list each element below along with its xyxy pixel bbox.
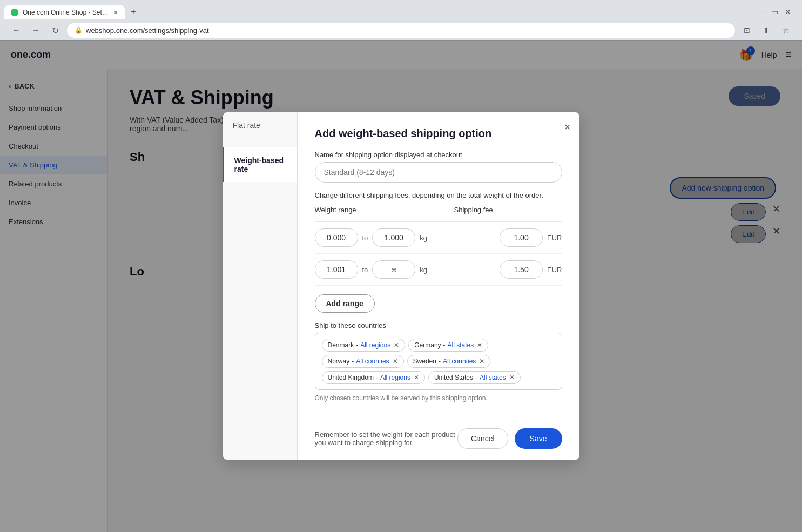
region-uk: All regions: [380, 374, 410, 381]
weight-to-1[interactable]: [372, 228, 415, 247]
remove-norway-icon[interactable]: ✕: [393, 358, 398, 365]
active-tab[interactable]: One.com Online Shop - Settings ✕: [4, 5, 125, 19]
name-field-group: Name for shipping option displayed at ch…: [315, 151, 562, 183]
separator-sweden: -: [439, 358, 441, 365]
country-name-norway: Norway: [328, 358, 350, 365]
fee-input-1[interactable]: [500, 228, 543, 247]
separator-norway: -: [352, 358, 354, 365]
table-row: to kg EUR: [315, 228, 562, 254]
ship-to-label: Ship to these countries: [315, 321, 562, 329]
tab-title: One.com Online Shop - Settings: [23, 9, 109, 16]
weight-range-header: Weight range: [315, 206, 454, 214]
remove-denmark-icon[interactable]: ✕: [394, 341, 399, 349]
country-name-germany: Germany: [414, 341, 441, 349]
region-denmark: All regions: [360, 341, 390, 349]
to-label-1: to: [362, 234, 368, 242]
table-headers: Weight range Shipping fee: [315, 206, 562, 217]
dialog-footer: Remember to set the weight for each prod…: [298, 417, 579, 460]
footer-note: Remember to set the weight for each prod…: [315, 430, 457, 447]
currency-label-1: EUR: [547, 234, 562, 242]
country-name-sweden: Sweden: [413, 358, 436, 365]
modal-dialog: Flat rate Weight-based rate × Add weight…: [223, 112, 579, 460]
country-name-denmark: Denmark: [328, 341, 354, 349]
to-label-2: to: [362, 266, 368, 274]
cancel-button[interactable]: Cancel: [457, 428, 508, 449]
bookmark-button[interactable]: ☆: [778, 23, 793, 38]
country-tag-germany[interactable]: Germany - All states ✕: [408, 339, 488, 352]
maximize-button[interactable]: ▭: [769, 5, 780, 18]
kg-label-1: kg: [420, 234, 427, 242]
shipping-name-input[interactable]: [315, 162, 562, 183]
table-row: to kg EUR: [315, 260, 562, 286]
separator-denmark: -: [356, 341, 358, 349]
close-button[interactable]: ✕: [783, 5, 793, 18]
save-button[interactable]: Save: [515, 428, 562, 449]
weight-fee-rows: to kg EUR to kg EUR: [315, 221, 562, 286]
dialog-tabs: Flat rate Weight-based rate: [223, 112, 298, 460]
remove-us-icon[interactable]: ✕: [509, 374, 515, 381]
region-sweden: All counties: [443, 358, 476, 365]
back-nav-button[interactable]: ←: [9, 23, 24, 38]
region-norway: All counties: [356, 358, 389, 365]
tab-weight-based[interactable]: Weight-based rate: [223, 147, 297, 182]
forward-nav-button[interactable]: →: [28, 23, 43, 38]
region-germany: All states: [448, 341, 474, 349]
fee-input-2[interactable]: [500, 260, 543, 279]
browser-chrome: One.com Online Shop - Settings ✕ + ─ ▭ ✕…: [0, 0, 802, 41]
region-us: All states: [480, 374, 506, 381]
modal-overlay: Flat rate Weight-based rate × Add weight…: [0, 40, 802, 532]
remove-sweden-icon[interactable]: ✕: [479, 358, 484, 365]
new-tab-button[interactable]: +: [126, 4, 141, 19]
name-label: Name for shipping option displayed at ch…: [315, 151, 562, 159]
footer-actions: Cancel Save: [457, 428, 562, 449]
remove-germany-icon[interactable]: ✕: [477, 341, 482, 349]
country-tag-us[interactable]: United States - All states ✕: [428, 371, 521, 384]
countries-box[interactable]: Denmark - All regions ✕ Germany - All st…: [315, 333, 562, 390]
tab-close-icon[interactable]: ✕: [113, 9, 118, 16]
countries-note: Only chosen countries will be served by …: [315, 394, 562, 402]
share-button[interactable]: ⬆: [759, 23, 774, 38]
weight-from-2[interactable]: [315, 260, 358, 279]
dialog-content: Add weight-based shipping option Name fo…: [298, 112, 579, 417]
country-tag-sweden[interactable]: Sweden - All counties ✕: [407, 355, 491, 368]
charge-description: Charge different shipping fees, dependin…: [315, 191, 562, 199]
weight-to-2[interactable]: [372, 260, 415, 279]
remove-uk-icon[interactable]: ✕: [414, 374, 419, 381]
separator-uk: -: [376, 374, 378, 381]
separator-germany: -: [443, 341, 446, 349]
lock-icon: 🔒: [75, 26, 83, 34]
url-text: webshop.one.com/settings/shipping-vat: [86, 26, 209, 35]
kg-label-2: kg: [420, 266, 427, 274]
country-tag-norway[interactable]: Norway - All counties ✕: [322, 355, 404, 368]
tab-flat-rate[interactable]: Flat rate: [223, 112, 297, 138]
minimize-button[interactable]: ─: [757, 5, 767, 18]
ship-to-section: Ship to these countries Denmark - All re…: [315, 321, 562, 402]
separator-us: -: [475, 374, 477, 381]
country-name-us: United States: [434, 374, 473, 381]
country-tag-denmark[interactable]: Denmark - All regions ✕: [322, 339, 406, 352]
dialog-title: Add weight-based shipping option: [315, 127, 562, 140]
weight-from-1[interactable]: [315, 228, 358, 247]
reload-button[interactable]: ↻: [48, 23, 63, 38]
dialog-close-button[interactable]: ×: [564, 121, 571, 133]
tab-favicon: [11, 9, 18, 16]
country-tag-uk[interactable]: United Kingdom - All regions ✕: [322, 371, 425, 384]
shipping-fee-header: Shipping fee: [454, 206, 562, 214]
add-range-button[interactable]: Add range: [315, 294, 375, 313]
screenshot-button[interactable]: ⊡: [739, 23, 754, 38]
address-bar[interactable]: 🔒 webshop.one.com/settings/shipping-vat: [67, 23, 735, 38]
country-name-uk: United Kingdom: [328, 374, 374, 381]
currency-label-2: EUR: [547, 266, 562, 274]
